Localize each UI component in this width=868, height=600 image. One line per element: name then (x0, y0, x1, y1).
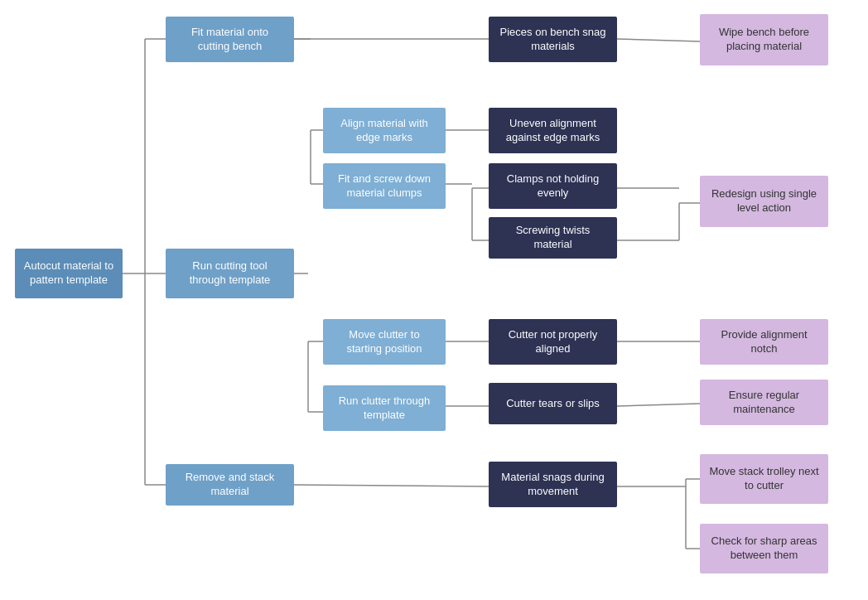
s-wipe-node: Wipe bench before placing material (700, 14, 828, 65)
l2-move-node: Move clutter to starting position (323, 319, 446, 365)
p-cutter-tears-node: Cutter tears or slips (489, 383, 617, 424)
l1-fit-node: Fit material onto cutting bench (166, 17, 294, 62)
l2-runclutter-node: Run clutter through template (323, 385, 446, 431)
s-maintenance-node: Ensure regular maintenance (700, 380, 828, 425)
svg-line-27 (294, 485, 489, 486)
root-node: Autocut material to pattern template (15, 249, 123, 298)
connector-lines (0, 0, 868, 600)
p-material-snags-node: Material snags during movement (489, 462, 617, 507)
l2-screw-node: Fit and screw down material clumps (323, 163, 446, 209)
svg-line-26 (617, 404, 700, 406)
svg-line-32 (617, 39, 700, 41)
l1-remove-node: Remove and stack material (166, 464, 294, 506)
p-uneven-node: Uneven alignment against edge marks (489, 108, 617, 153)
s-trolley-node: Move stack trolley next to cutter (700, 454, 828, 504)
p-cutter-align-node: Cutter not properly aligned (489, 319, 617, 365)
s-redesign-node: Redesign using single level action (700, 176, 828, 227)
p-screwing-node: Screwing twists material (489, 217, 617, 259)
s-sharp-node: Check for sharp areas between them (700, 524, 828, 573)
l1-run-node: Run cutting tool through template (166, 249, 294, 298)
p-clamps-node: Clamps not holding evenly (489, 163, 617, 209)
s-alignment-node: Provide alignment notch (700, 319, 828, 365)
diagram-container: Autocut material to pattern template Fit… (0, 0, 868, 600)
l2-align-node: Align material with edge marks (323, 108, 446, 153)
p-pieces-node: Pieces on bench snag materials (489, 17, 617, 62)
